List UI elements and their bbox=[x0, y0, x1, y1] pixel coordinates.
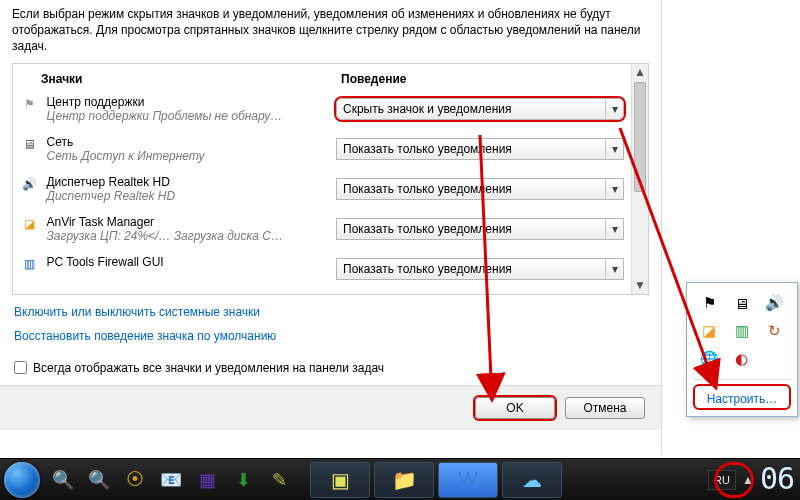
row-text: Диспетчер Realtek HDДиспетчер Realtek HD bbox=[46, 175, 336, 203]
cancel-button[interactable]: Отмена bbox=[565, 397, 645, 419]
row-behavior-cell: Показать только уведомления▾ bbox=[336, 175, 648, 200]
behavior-dropdown[interactable]: Показать только уведомления▾ bbox=[336, 258, 624, 280]
list-row: PC Tools Firewall GUIПоказать только уве… bbox=[13, 252, 648, 292]
intro-text: Если выбран режим скрытия значков и увед… bbox=[0, 0, 661, 63]
row-behavior-cell: Скрыть значок и уведомления▾ bbox=[336, 95, 648, 120]
tray-network-icon[interactable]: 🖥 bbox=[732, 293, 752, 313]
language-indicator[interactable]: RU bbox=[708, 470, 736, 490]
row-behavior-cell: Показать только уведомления▾ bbox=[336, 255, 648, 280]
row-subtitle: Загрузка ЦП: 24%</… Загрузка диска С… bbox=[46, 229, 336, 243]
list-row: AnVir Task ManagerЗагрузка ЦП: 24%</… За… bbox=[13, 212, 648, 252]
chevron-down-icon: ▾ bbox=[605, 99, 623, 119]
fw-icon bbox=[13, 255, 46, 271]
task-word[interactable]: W bbox=[438, 462, 498, 498]
ql-icon-4[interactable]: 📧 bbox=[160, 469, 182, 491]
flag-icon bbox=[13, 95, 46, 111]
row-title: PC Tools Firewall GUI bbox=[46, 255, 336, 269]
dialog-footer: OK Отмена bbox=[0, 386, 661, 430]
row-title: Центр поддержки bbox=[46, 95, 336, 109]
taskbar-tasks: ▣ 📁 W ☁ bbox=[310, 462, 562, 498]
header-icons: Значки bbox=[13, 72, 341, 86]
always-show-checkbox[interactable] bbox=[14, 361, 27, 374]
ql-icon-3[interactable]: ⦿ bbox=[124, 469, 146, 491]
clock-fragment: 06 bbox=[760, 464, 794, 496]
list-row: Диспетчер Realtek HDДиспетчер Realtek HD… bbox=[13, 172, 648, 212]
spk-icon bbox=[13, 175, 46, 191]
tray-arrow-icon[interactable]: ▲ bbox=[742, 473, 754, 487]
row-subtitle: Сеть Доступ к Интернету bbox=[46, 149, 336, 163]
taskbar: 🔍 🔍 ⦿ 📧 ▦ ⬇ ✎ ▣ 📁 W ☁ RU ▲ 06 bbox=[0, 458, 800, 500]
row-subtitle: Центр поддержки Проблемы не обнару… bbox=[46, 109, 336, 123]
notification-area-dialog: Если выбран режим скрытия значков и увед… bbox=[0, 0, 662, 454]
quicklaunch: 🔍 🔍 ⦿ 📧 ▦ ⬇ ✎ bbox=[48, 469, 290, 491]
anv-icon bbox=[13, 215, 46, 231]
ql-icon-1[interactable]: 🔍 bbox=[52, 469, 74, 491]
row-text: Центр поддержкиЦентр поддержки Проблемы … bbox=[46, 95, 336, 123]
tray-speaker-icon[interactable]: 🔊 bbox=[765, 293, 785, 313]
ql-icon-5[interactable]: ▦ bbox=[196, 469, 218, 491]
chevron-down-icon: ▾ bbox=[605, 219, 623, 239]
row-title: Сеть bbox=[46, 135, 336, 149]
ql-icon-7[interactable]: ✎ bbox=[268, 469, 290, 491]
list-row: СетьСеть Доступ к ИнтернетуПоказать толь… bbox=[13, 132, 648, 172]
restore-defaults-link[interactable]: Восстановить поведение значка по умолчан… bbox=[14, 329, 647, 343]
toggle-system-icons-link[interactable]: Включить или выключить системные значки bbox=[14, 305, 647, 319]
ql-icon-2[interactable]: 🔍 bbox=[88, 469, 110, 491]
dropdown-value: Показать только уведомления bbox=[343, 182, 512, 196]
scroll-up-icon[interactable]: ▲ bbox=[632, 64, 648, 81]
tray-sync-icon[interactable]: ↻ bbox=[765, 321, 785, 341]
tray-anvir-icon[interactable]: ◪ bbox=[699, 321, 719, 341]
scroll-down-icon[interactable]: ▼ bbox=[632, 277, 648, 294]
behavior-dropdown[interactable]: Показать только уведомления▾ bbox=[336, 138, 624, 160]
chevron-down-icon: ▾ bbox=[605, 179, 623, 199]
dropdown-value: Показать только уведомления bbox=[343, 262, 512, 276]
row-behavior-cell: Показать только уведомления▾ bbox=[336, 215, 648, 240]
tray-flag-icon[interactable]: ⚑ bbox=[699, 293, 719, 313]
list-row: Центр поддержкиЦентр поддержки Проблемы … bbox=[13, 92, 648, 132]
row-title: Диспетчер Realtek HD bbox=[46, 175, 336, 189]
row-text: СетьСеть Доступ к Интернету bbox=[46, 135, 336, 163]
dropdown-value: Показать только уведомления bbox=[343, 142, 512, 156]
net-icon bbox=[13, 135, 46, 152]
row-text: PC Tools Firewall GUI bbox=[46, 255, 336, 269]
always-show-label: Всегда отображать все значки и уведомлен… bbox=[33, 361, 384, 375]
ok-button[interactable]: OK bbox=[475, 397, 555, 419]
task-explorer[interactable]: 📁 bbox=[374, 462, 434, 498]
dropdown-value: Скрыть значок и уведомления bbox=[343, 102, 511, 116]
list-headers: Значки Поведение bbox=[13, 64, 648, 92]
row-text: AnVir Task ManagerЗагрузка ЦП: 24%</… За… bbox=[46, 215, 336, 243]
row-title: AnVir Task Manager bbox=[46, 215, 336, 229]
tray-area: RU ▲ 06 bbox=[708, 464, 796, 496]
behavior-dropdown[interactable]: Показать только уведомления▾ bbox=[336, 218, 624, 240]
tray-ccleaner-icon[interactable]: ◐ bbox=[732, 349, 752, 369]
scrollbar[interactable]: ▲ ▼ bbox=[631, 64, 648, 294]
ql-icon-6[interactable]: ⬇ bbox=[232, 469, 254, 491]
scroll-thumb[interactable] bbox=[634, 82, 646, 192]
tray-firewall-icon[interactable]: ▥ bbox=[732, 321, 752, 341]
row-subtitle: Диспетчер Realtek HD bbox=[46, 189, 336, 203]
task-totalcmd[interactable]: ▣ bbox=[310, 462, 370, 498]
icon-list: Значки Поведение Центр поддержкиЦентр по… bbox=[12, 63, 649, 295]
row-behavior-cell: Показать только уведомления▾ bbox=[336, 135, 648, 160]
chevron-down-icon: ▾ bbox=[605, 139, 623, 159]
dropdown-value: Показать только уведомления bbox=[343, 222, 512, 236]
tray-overflow-popup: ⚑ 🖥 🔊 ◪ ▥ ↻ 🌐 ◐ Настроить… bbox=[686, 282, 798, 417]
chevron-down-icon: ▾ bbox=[605, 259, 623, 279]
always-show-checkbox-row[interactable]: Всегда отображать все значки и уведомлен… bbox=[0, 357, 661, 385]
tray-customize-link[interactable]: Настроить… bbox=[693, 384, 791, 410]
behavior-dropdown[interactable]: Показать только уведомления▾ bbox=[336, 178, 624, 200]
task-skype[interactable]: ☁ bbox=[502, 462, 562, 498]
tray-globe-icon[interactable]: 🌐 bbox=[699, 349, 719, 369]
behavior-dropdown[interactable]: Скрыть значок и уведомления▾ bbox=[336, 98, 624, 120]
links-area: Включить или выключить системные значки … bbox=[0, 295, 661, 357]
start-button[interactable] bbox=[4, 462, 40, 498]
header-behavior: Поведение bbox=[341, 72, 648, 86]
